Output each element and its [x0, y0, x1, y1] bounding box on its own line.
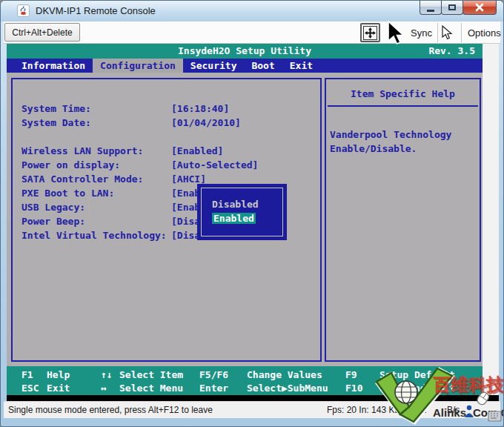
minimize-button[interactable] [420, 1, 442, 15]
options-button[interactable]: Options [468, 27, 501, 39]
remote-screen-canvas[interactable]: InsydeH2O Setup Utility Rev. 3.5 Informa… [7, 44, 499, 401]
java-cup-glyph [19, 6, 28, 16]
close-icon [475, 3, 484, 12]
tab-boot[interactable]: Boot [244, 59, 282, 73]
bios-header: InsydeH2O Setup Utility Rev. 3.5 [7, 44, 483, 59]
bios-title: InsydeH2O Setup Utility [178, 45, 311, 56]
status-unit: B/s [447, 405, 460, 415]
toolbar-separator [437, 23, 438, 42]
setting-system-date[interactable]: System Date:[01/04/2010] [13, 116, 320, 130]
bios-content: System Time:[16:18:40] System Date:[01/0… [7, 73, 483, 366]
item-specific-help-panel: Item Specific Help Vanderpool Technology… [325, 78, 481, 362]
title-bar[interactable]: DKVM-IP1 Remote Console [1, 1, 503, 21]
cursor-outline-icon [441, 25, 453, 41]
window-title: DKVM-IP1 Remote Console [36, 5, 156, 16]
fit-screen-icon [363, 26, 377, 40]
bios-revision: Rev. 3.5 [428, 44, 475, 59]
sync-button[interactable]: Sync [411, 27, 432, 39]
status-fps: Fps: 20 In: 143 KB/s Out: [327, 405, 427, 415]
popup-option-enabled[interactable]: Enabled [212, 211, 259, 225]
minimize-icon [427, 10, 434, 12]
setting-system-time[interactable]: System Time:[16:18:40] [13, 102, 320, 116]
setting-wireless-lan[interactable]: Wireless LAN Support:[Enabled] [13, 144, 320, 158]
console-toolbar: Ctrl+Alt+Delete Sync Options [4, 21, 500, 44]
help-panel-divider [328, 105, 478, 107]
java-app-icon [17, 4, 30, 17]
mouse-mode-button[interactable] [441, 25, 453, 44]
fit-screen-button[interactable] [360, 23, 380, 42]
remote-console-window: DKVM-IP1 Remote Console Ctrl+Alt+Delete [0, 0, 504, 427]
maximize-icon [448, 4, 456, 10]
ctrl-alt-delete-button[interactable]: Ctrl+Alt+Delete [4, 23, 80, 42]
close-button[interactable] [462, 1, 497, 15]
toolbar-separator [461, 23, 462, 42]
key-help-row-1: F1 Help ↑↓ Select Item F5/F6 Change Valu… [7, 368, 483, 382]
setting-spacer [13, 130, 320, 144]
maximize-button[interactable] [441, 1, 463, 15]
tab-exit[interactable]: Exit [282, 59, 320, 73]
tab-security[interactable]: Security [183, 59, 245, 73]
tab-information[interactable]: Information [14, 59, 93, 73]
bios-screen: InsydeH2O Setup Utility Rev. 3.5 Informa… [7, 44, 483, 395]
status-bar: Single mouse mode entered, press Alt+F12… [4, 401, 500, 418]
viewer-right-margin [483, 44, 499, 395]
setting-power-on-display[interactable]: Power on display:[Auto-Selected] [13, 158, 320, 172]
help-panel-text: Vanderpool Technology Enable/Disable. [330, 128, 480, 156]
help-panel-title: Item Specific Help [326, 88, 480, 99]
tab-configuration[interactable]: Configuration [93, 59, 183, 73]
popup-option-disabled[interactable]: Disabled [212, 197, 259, 211]
screen-bottom-band [7, 395, 499, 401]
bios-menu-bar: Information Configuration Security Boot … [7, 59, 483, 73]
key-help-row-2: ESC Exit ↔ Select Menu Enter Select▶SubM… [7, 382, 483, 395]
status-message: Single mouse mode entered, press Alt+F12… [8, 405, 213, 415]
value-popup: Disabled Enabled [197, 184, 287, 240]
bios-key-help-bar: F1 Help ↑↓ Select Item F5/F6 Change Valu… [7, 366, 483, 395]
mouse-cursor [387, 21, 408, 46]
window-controls [420, 1, 497, 15]
